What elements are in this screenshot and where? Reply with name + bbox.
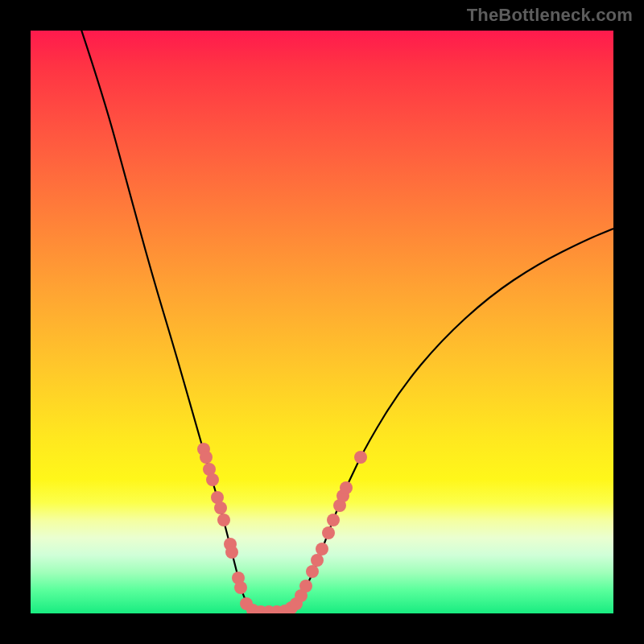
curve-marker-dot [322, 526, 335, 539]
bottleneck-curve [79, 31, 613, 612]
curve-marker-dot [306, 565, 319, 578]
curve-marker-dot [200, 451, 213, 464]
curve-marker-dot [217, 514, 230, 526]
watermark-text: TheBottleneck.com [467, 5, 633, 26]
curve-marker-dot [316, 543, 328, 555]
curve-marker-dot [311, 554, 324, 567]
curve-marker-dot [327, 514, 340, 526]
curve-marker-dot [299, 580, 312, 592]
chart-svg [31, 31, 613, 613]
chart-plot-area [31, 31, 613, 613]
curve-marker-dot [214, 502, 227, 514]
curve-markers [197, 443, 367, 613]
curve-marker-dot [225, 546, 238, 559]
curve-marker-dot [354, 451, 367, 464]
curve-marker-dot [234, 581, 247, 594]
curve-marker-dot [206, 473, 219, 486]
curve-marker-dot [340, 481, 353, 494]
